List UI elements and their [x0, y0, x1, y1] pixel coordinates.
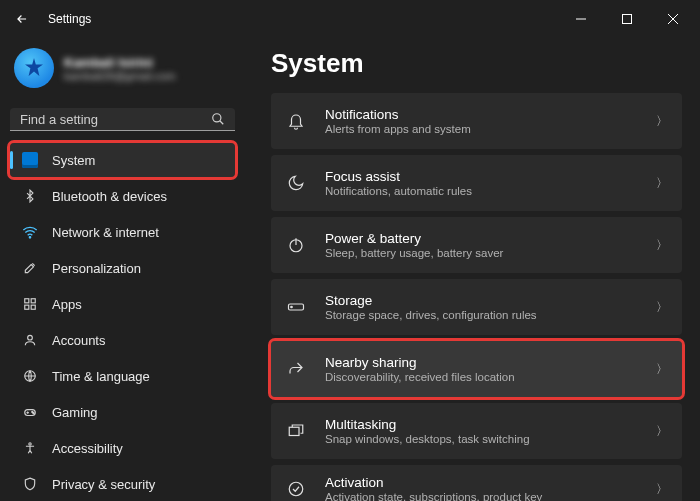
- chevron-right-icon: 〉: [656, 423, 668, 440]
- row-title: Nearby sharing: [325, 355, 638, 370]
- gaming-icon: [22, 404, 38, 420]
- minimize-button[interactable]: [558, 3, 604, 35]
- sidebar-item-accessibility[interactable]: Accessibility: [10, 431, 235, 465]
- search-input[interactable]: [20, 112, 211, 127]
- sidebar-item-label: Accounts: [52, 333, 105, 348]
- page-title: System: [271, 48, 682, 79]
- accessibility-icon: [22, 440, 38, 456]
- sidebar-item-system[interactable]: System: [10, 143, 235, 177]
- close-button[interactable]: [650, 3, 696, 35]
- svg-point-9: [28, 335, 33, 340]
- svg-rect-5: [25, 299, 29, 303]
- sidebar-item-gaming[interactable]: Gaming: [10, 395, 235, 429]
- row-activation[interactable]: ActivationActivation state, subscription…: [271, 465, 682, 501]
- sidebar-item-label: Time & language: [52, 369, 150, 384]
- globe-icon: [22, 368, 38, 384]
- svg-rect-6: [31, 299, 35, 303]
- row-sub: Sleep, battery usage, battery saver: [325, 247, 638, 259]
- maximize-button[interactable]: [604, 3, 650, 35]
- svg-rect-8: [31, 305, 35, 309]
- svg-rect-19: [289, 427, 299, 435]
- chevron-right-icon: 〉: [656, 237, 668, 254]
- profile[interactable]: Kambali Isirini kambali28@gmail.com: [10, 44, 235, 102]
- row-power[interactable]: Power & batterySleep, battery usage, bat…: [271, 217, 682, 273]
- sidebar-item-label: Accessibility: [52, 441, 123, 456]
- share-icon: [285, 360, 307, 378]
- svg-rect-1: [623, 15, 632, 24]
- system-icon: [22, 152, 38, 168]
- row-title: Notifications: [325, 107, 638, 122]
- chevron-right-icon: 〉: [656, 361, 668, 378]
- row-storage[interactable]: StorageStorage space, drives, configurat…: [271, 279, 682, 335]
- window-controls: [558, 3, 696, 35]
- row-title: Storage: [325, 293, 638, 308]
- shield-icon: [22, 476, 38, 492]
- sidebar-item-label: Privacy & security: [52, 477, 155, 492]
- profile-name: Kambali Isirini: [64, 55, 175, 70]
- storage-icon: [285, 300, 307, 314]
- svg-point-14: [29, 443, 31, 445]
- wifi-icon: [22, 224, 38, 240]
- sidebar-item-time[interactable]: Time & language: [10, 359, 235, 393]
- avatar: [14, 48, 54, 88]
- chevron-right-icon: 〉: [656, 299, 668, 316]
- row-title: Focus assist: [325, 169, 638, 184]
- main-content: System NotificationsAlerts from apps and…: [245, 38, 700, 501]
- bell-icon: [285, 112, 307, 130]
- sidebar-item-label: Gaming: [52, 405, 98, 420]
- row-sub: Storage space, drives, configuration rul…: [325, 309, 638, 321]
- svg-point-2: [213, 114, 221, 122]
- svg-point-4: [29, 237, 30, 238]
- brush-icon: [22, 260, 38, 276]
- search-icon: [211, 112, 225, 126]
- row-sub: Snap windows, desktops, task switching: [325, 433, 638, 445]
- row-title: Multitasking: [325, 417, 638, 432]
- sidebar-item-personalization[interactable]: Personalization: [10, 251, 235, 285]
- svg-point-13: [33, 413, 34, 414]
- sidebar-item-label: Network & internet: [52, 225, 159, 240]
- profile-email: kambali28@gmail.com: [64, 70, 175, 82]
- sidebar-item-network[interactable]: Network & internet: [10, 215, 235, 249]
- titlebar: Settings: [0, 0, 700, 38]
- person-icon: [22, 332, 38, 348]
- sidebar: Kambali Isirini kambali28@gmail.com Syst…: [0, 38, 245, 501]
- sidebar-item-privacy[interactable]: Privacy & security: [10, 467, 235, 501]
- chevron-right-icon: 〉: [656, 113, 668, 130]
- apps-icon: [22, 296, 38, 312]
- chevron-right-icon: 〉: [656, 481, 668, 498]
- svg-rect-7: [25, 305, 29, 309]
- row-notifications[interactable]: NotificationsAlerts from apps and system…: [271, 93, 682, 149]
- row-sub: Activation state, subscriptions, product…: [325, 491, 638, 501]
- check-icon: [285, 480, 307, 498]
- sidebar-item-label: Apps: [52, 297, 82, 312]
- svg-point-20: [289, 482, 303, 496]
- sidebar-item-label: Bluetooth & devices: [52, 189, 167, 204]
- window-title: Settings: [48, 12, 91, 26]
- row-multitasking[interactable]: MultitaskingSnap windows, desktops, task…: [271, 403, 682, 459]
- chevron-right-icon: 〉: [656, 175, 668, 192]
- back-button[interactable]: [4, 1, 40, 37]
- svg-line-3: [220, 121, 224, 125]
- row-focus-assist[interactable]: Focus assistNotifications, automatic rul…: [271, 155, 682, 211]
- row-sub: Discoverability, received files location: [325, 371, 638, 383]
- power-icon: [285, 236, 307, 254]
- row-title: Activation: [325, 475, 638, 490]
- search-box[interactable]: [10, 108, 235, 131]
- sidebar-item-apps[interactable]: Apps: [10, 287, 235, 321]
- multitask-icon: [285, 422, 307, 440]
- sidebar-item-label: Personalization: [52, 261, 141, 276]
- row-title: Power & battery: [325, 231, 638, 246]
- row-sub: Alerts from apps and system: [325, 123, 638, 135]
- sidebar-item-accounts[interactable]: Accounts: [10, 323, 235, 357]
- nav: System Bluetooth & devices Network & int…: [10, 143, 235, 501]
- row-sub: Notifications, automatic rules: [325, 185, 638, 197]
- sidebar-item-label: System: [52, 153, 95, 168]
- row-nearby-sharing[interactable]: Nearby sharingDiscoverability, received …: [271, 341, 682, 397]
- sidebar-item-bluetooth[interactable]: Bluetooth & devices: [10, 179, 235, 213]
- svg-point-18: [291, 306, 293, 308]
- moon-icon: [285, 174, 307, 192]
- bluetooth-icon: [22, 188, 38, 204]
